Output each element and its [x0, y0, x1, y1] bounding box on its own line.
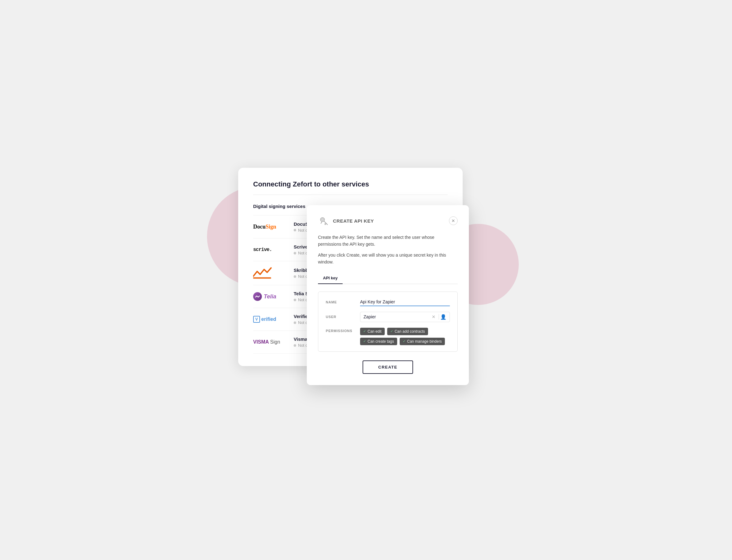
user-row: USER Zapier ✕ 👤 [326, 312, 450, 322]
check-icon: ✓ [390, 329, 393, 333]
perm-tag-can-manage-binders: ✓ Can manage binders [400, 338, 445, 345]
tab-api-key[interactable]: API key [318, 273, 343, 284]
modal-desc-1: Create the API key. Set the name and sel… [318, 234, 458, 248]
form-area: NAME USER Zapier ✕ 👤 PERMISSIONS [318, 292, 458, 352]
perm-tag-can-create-tags: ✓ Can create tags [360, 338, 397, 345]
svg-rect-0 [253, 278, 271, 279]
status-dot [294, 344, 296, 347]
modal-title: CREATE API KEY [333, 218, 374, 224]
api-key-icon [318, 215, 329, 226]
svg-line-5 [321, 222, 322, 224]
user-clear-button[interactable]: ✕ [430, 314, 437, 319]
perm-tag-can-add-contracts: ✓ Can add contracts [387, 328, 428, 335]
permissions-label: PERMISSIONS [326, 328, 360, 333]
check-icon: ✓ [403, 339, 405, 343]
status-dot [294, 252, 296, 254]
docusign-logo: DocuSign [253, 224, 288, 230]
permissions-row: PERMISSIONS ✓ Can edit ✓ Can add contrac… [326, 328, 450, 345]
user-value: Zapier [364, 314, 430, 319]
tab-bar: API key [318, 273, 458, 284]
modal-header: CREATE API KEY ✕ [318, 215, 458, 226]
divider [253, 195, 448, 195]
svg-point-4 [325, 224, 326, 225]
scene: Connecting Zefort to other services Digi… [226, 162, 506, 398]
modal-header-left: CREATE API KEY [318, 215, 374, 226]
perm-label: Can add contracts [395, 329, 425, 334]
perm-tag-can-edit: ✓ Can edit [360, 328, 385, 335]
permissions-tags: ✓ Can edit ✓ Can add contracts ✓ Can cre… [360, 328, 450, 345]
visma-logo: VISMA Sign [253, 339, 288, 345]
perm-label: Can edit [367, 329, 381, 334]
telia-logo: Telia [253, 292, 288, 301]
perm-label: Can create tags [367, 339, 394, 344]
name-row: NAME [326, 298, 450, 306]
modal-description: Create the API key. Set the name and sel… [318, 234, 458, 266]
status-dot [294, 275, 296, 278]
svg-point-2 [322, 219, 323, 220]
modal-close-button[interactable]: ✕ [449, 216, 458, 225]
user-field: Zapier ✕ 👤 [360, 312, 450, 322]
skribble-icon [253, 267, 273, 279]
create-button[interactable]: CREATE [363, 360, 413, 374]
name-label: NAME [326, 300, 360, 304]
scrive-logo: scrive. [253, 247, 288, 253]
verified-logo: V erified [253, 316, 288, 323]
status-dot [294, 229, 296, 231]
check-icon: ✓ [363, 329, 366, 333]
status-dot [294, 299, 296, 301]
name-input[interactable] [360, 298, 450, 306]
modal-overlay: CREATE API KEY ✕ Create the API key. Set… [307, 205, 469, 385]
skribble-logo [253, 267, 288, 279]
user-label: USER [326, 315, 360, 319]
perm-label: Can manage binders [407, 339, 442, 344]
status-dot [294, 321, 296, 324]
page-title: Connecting Zefort to other services [253, 180, 448, 188]
telia-wave-icon [255, 294, 260, 299]
person-icon: 👤 [440, 314, 446, 320]
check-icon: ✓ [363, 339, 366, 343]
modal-desc-2: After you click Create, we will show you… [318, 252, 458, 266]
create-api-key-modal: CREATE API KEY ✕ Create the API key. Set… [307, 205, 469, 385]
modal-footer: CREATE [318, 360, 458, 374]
